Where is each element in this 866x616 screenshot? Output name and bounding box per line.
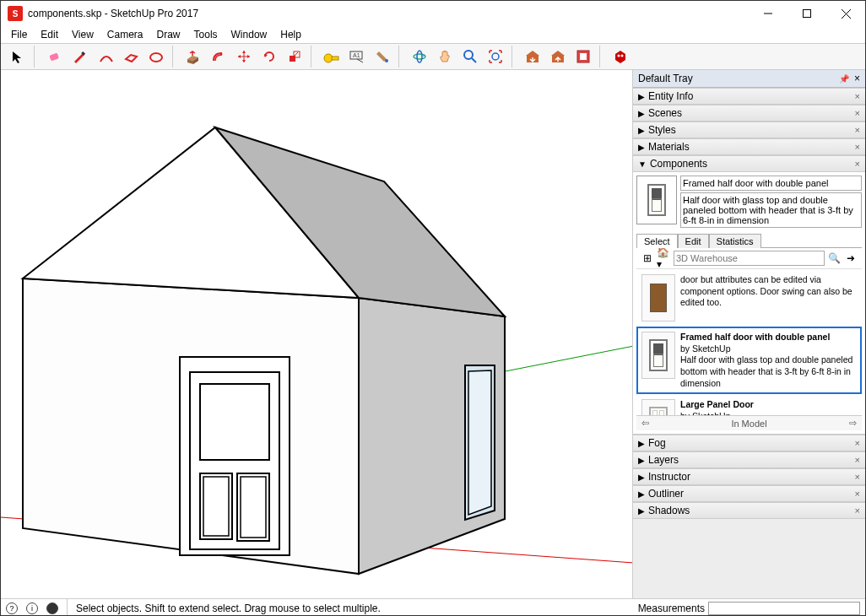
menu-file[interactable]: File <box>4 27 34 42</box>
component-desc-field[interactable] <box>680 192 862 228</box>
panel-shadows[interactable]: ▶Shadows× <box>633 502 865 519</box>
list-item[interactable]: door but attributes can be edited via co… <box>636 269 862 327</box>
menu-edit[interactable]: Edit <box>34 27 65 42</box>
close-icon[interactable]: × <box>855 142 860 152</box>
components-tabs: Select Edit Statistics <box>636 233 862 248</box>
tape-tool-icon[interactable] <box>320 46 344 68</box>
default-tray: Default Tray 📌 × ▶Entity Info× ▶Scenes× … <box>633 70 865 598</box>
component-name-field[interactable] <box>680 176 862 191</box>
rotate-tool-icon[interactable] <box>257 46 281 68</box>
move-tool-icon[interactable] <box>232 46 256 68</box>
app-icon: S <box>8 6 23 21</box>
search-input[interactable] <box>674 251 825 266</box>
tray-title: Default Tray <box>638 73 693 84</box>
home-icon[interactable]: 🏠▾ <box>657 251 672 266</box>
close-icon[interactable]: × <box>855 125 860 135</box>
menu-window[interactable]: Window <box>225 27 274 42</box>
in-model-label: In Model <box>731 419 766 429</box>
maximize-button[interactable] <box>788 1 826 26</box>
tab-statistics[interactable]: Statistics <box>709 234 761 248</box>
panel-styles[interactable]: ▶Styles× <box>633 122 865 138</box>
warehouse-get-icon[interactable] <box>521 46 544 68</box>
menu-draw[interactable]: Draw <box>150 27 187 42</box>
tray-close-icon[interactable]: × <box>854 73 860 84</box>
svg-rect-13 <box>332 57 338 60</box>
forward-icon[interactable]: ⇨ <box>849 418 857 429</box>
pin-icon[interactable]: 📌 <box>839 74 849 84</box>
paint-tool-icon[interactable] <box>371 46 394 68</box>
statusbar: ? i Select objects. Shift to extend sele… <box>1 598 865 616</box>
thumb-icon <box>641 274 675 322</box>
panel-entity-info[interactable]: ▶Entity Info× <box>633 88 865 105</box>
svg-rect-4 <box>49 52 59 61</box>
text-tool-icon[interactable]: A1 <box>345 46 369 68</box>
menu-view[interactable]: View <box>65 27 100 42</box>
back-icon[interactable]: ⇦ <box>641 418 649 429</box>
view-mode-icon[interactable]: ⊞ <box>640 251 655 266</box>
component-list: door but attributes can be edited via co… <box>636 268 862 415</box>
tab-edit[interactable]: Edit <box>678 234 709 248</box>
menu-help[interactable]: Help <box>273 27 308 42</box>
svg-line-21 <box>472 58 476 62</box>
select-tool-icon[interactable] <box>6 46 30 68</box>
menu-camera[interactable]: Camera <box>100 27 150 42</box>
svg-point-6 <box>150 53 162 62</box>
close-icon[interactable]: × <box>855 159 860 169</box>
rectangle-tool-icon[interactable] <box>119 46 143 68</box>
search-icon[interactable]: 🔍 <box>826 251 842 266</box>
eraser-tool-icon[interactable] <box>43 46 67 68</box>
close-icon[interactable]: × <box>855 438 860 448</box>
zoom-tool-icon[interactable] <box>458 46 482 68</box>
help-icon[interactable]: ? <box>6 602 18 614</box>
components-panel-body: Select Edit Statistics ⊞ 🏠▾ 🔍 ➜ door but… <box>633 172 865 435</box>
svg-text:A1: A1 <box>353 52 360 58</box>
panel-instructor[interactable]: ▶Instructor× <box>633 468 865 485</box>
titlebar: S components.skp - SketchUp Pro 2017 <box>1 1 865 26</box>
menu-tools[interactable]: Tools <box>187 27 225 42</box>
list-item[interactable]: Large Panel Door by SketchUp Raised pane… <box>636 394 862 415</box>
close-icon[interactable]: × <box>855 505 860 516</box>
tab-select[interactable]: Select <box>636 234 678 248</box>
panel-materials[interactable]: ▶Materials× <box>633 138 865 155</box>
warehouse-send-icon[interactable] <box>546 46 570 68</box>
svg-rect-37 <box>241 477 266 538</box>
circle-tool-icon[interactable] <box>144 46 168 68</box>
pushpull-tool-icon[interactable] <box>181 46 205 68</box>
component-preview-thumb <box>636 176 677 224</box>
viewport-3d[interactable] <box>1 70 633 598</box>
close-icon[interactable]: × <box>855 91 860 101</box>
close-icon[interactable]: × <box>855 455 860 465</box>
layout-icon[interactable] <box>571 46 595 68</box>
svg-point-28 <box>621 55 624 57</box>
close-icon[interactable]: × <box>855 108 860 118</box>
extension-icon[interactable] <box>609 46 632 68</box>
panel-outliner[interactable]: ▶Outliner× <box>633 485 865 502</box>
more-icon[interactable]: ➜ <box>843 251 858 266</box>
minimize-button[interactable] <box>749 1 788 26</box>
scale-tool-icon[interactable] <box>283 46 306 68</box>
svg-rect-1 <box>804 10 811 18</box>
svg-line-16 <box>357 59 363 62</box>
arc-tool-icon[interactable] <box>94 46 117 68</box>
close-icon[interactable]: × <box>855 489 860 499</box>
close-button[interactable] <box>826 1 865 26</box>
svg-rect-26 <box>580 53 587 60</box>
close-icon[interactable]: × <box>855 472 860 482</box>
thumb-icon <box>641 399 675 415</box>
offset-tool-icon[interactable] <box>207 46 230 68</box>
pencil-tool-icon[interactable] <box>68 46 92 68</box>
toolbar: A1 <box>1 43 865 70</box>
zoom-extents-tool-icon[interactable] <box>484 46 507 68</box>
orbit-tool-icon[interactable] <box>408 46 431 68</box>
panel-components[interactable]: ▼Components× <box>633 155 865 172</box>
tray-header[interactable]: Default Tray 📌 × <box>633 70 865 88</box>
pan-tool-icon[interactable] <box>433 46 457 68</box>
info-icon[interactable]: i <box>26 602 38 614</box>
user-icon[interactable] <box>46 602 58 614</box>
panel-layers[interactable]: ▶Layers× <box>633 451 865 468</box>
panel-scenes[interactable]: ▶Scenes× <box>633 105 865 122</box>
list-item-selected[interactable]: Framed half door with double panel by Sk… <box>636 327 862 394</box>
thumb-icon <box>641 332 675 379</box>
panel-fog[interactable]: ▶Fog× <box>633 435 865 451</box>
measurements-field[interactable] <box>708 602 860 615</box>
